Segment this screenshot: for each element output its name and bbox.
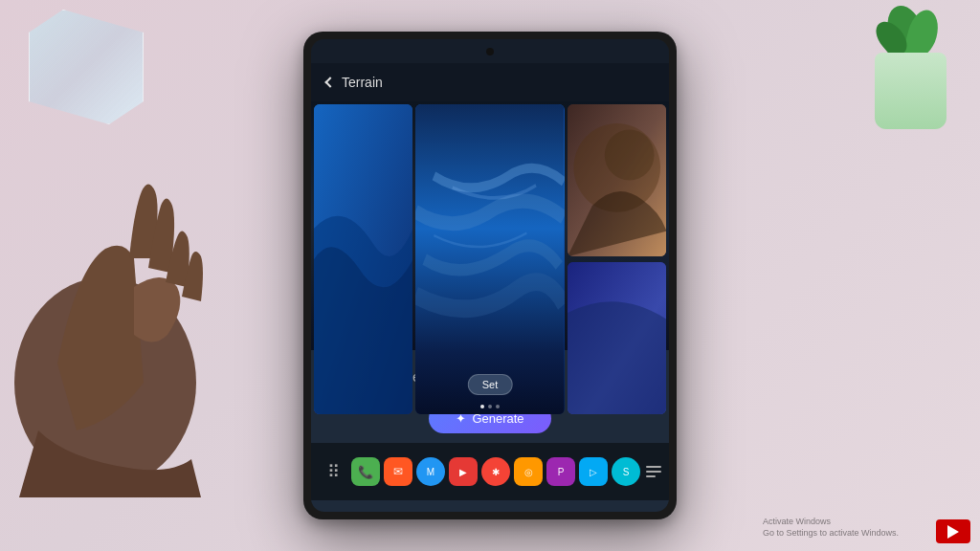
hand — [0, 96, 268, 497]
nav-app-cam[interactable]: ◎ — [514, 457, 543, 486]
dot-1 — [480, 405, 484, 408]
device-screen: Terrain — [311, 39, 669, 512]
navigation-bar: ⠿ 📞 ✉ M ▶ ✱ ◎ P ▷ — [311, 443, 669, 500]
wallpaper-right-column — [568, 104, 666, 414]
wallpaper-right-bottom[interactable] — [568, 262, 666, 414]
nav-app-settings[interactable]: ✱ — [481, 457, 510, 486]
nav-app-3[interactable]: M — [416, 457, 445, 486]
plant-pot — [875, 53, 947, 129]
youtube-play-icon — [947, 525, 959, 539]
dot-2 — [488, 405, 492, 408]
plant-decoration — [865, 5, 961, 129]
front-camera — [486, 48, 494, 55]
recent-apps-icon — [646, 466, 661, 477]
wallpaper-right-top[interactable] — [568, 104, 666, 256]
nav-app-phone[interactable]: 📞 — [351, 457, 380, 486]
page-title: Terrain — [342, 75, 383, 90]
pagination-dots — [480, 405, 500, 408]
chevron-left-icon — [324, 77, 335, 87]
back-button[interactable]: Terrain — [326, 75, 383, 90]
watermark-line1: Activate Windows — [763, 516, 899, 528]
wallpaper-center[interactable]: Set — [415, 104, 564, 414]
nav-app-extra[interactable]: S — [612, 457, 640, 486]
app-header: Terrain — [311, 63, 669, 101]
recent-apps-button[interactable] — [644, 462, 663, 481]
dot-3 — [496, 405, 500, 408]
nav-app-yt[interactable]: ▶ — [449, 457, 478, 486]
svg-point-5 — [604, 130, 654, 181]
status-bar — [311, 39, 669, 63]
system-nav-buttons — [644, 462, 669, 481]
nav-app-browser[interactable]: ▷ — [579, 457, 608, 486]
nav-app-store[interactable]: P — [546, 457, 575, 486]
wallpaper-left[interactable] — [314, 104, 412, 414]
youtube-badge — [936, 519, 970, 543]
device: Terrain — [303, 32, 677, 519]
windows-watermark: Activate Windows Go to Settings to activ… — [763, 516, 899, 540]
nav-app-msg[interactable]: ✉ — [384, 457, 412, 486]
set-button[interactable]: Set — [468, 374, 513, 395]
nav-app-grid[interactable]: ⠿ — [319, 457, 347, 486]
wallpaper-gallery: Set — [311, 101, 669, 350]
watermark-line2: Go to Settings to activate Windows. — [763, 527, 899, 540]
